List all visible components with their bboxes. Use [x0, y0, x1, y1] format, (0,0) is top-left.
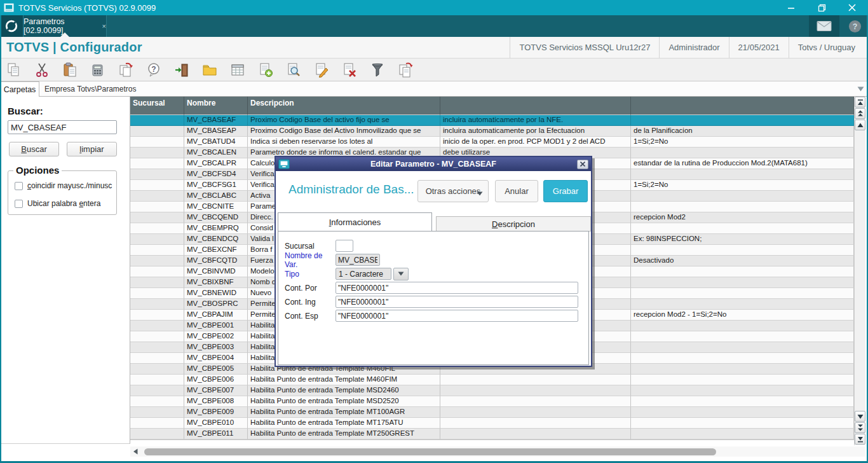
tab-parametros[interactable]: Parametros [02.9.0099] × — [23, 15, 107, 37]
calculator-icon — [90, 62, 105, 78]
breadcrumb-dropdown-button[interactable] — [857, 86, 864, 92]
minimize-button[interactable] — [785, 3, 797, 13]
table-cell: MV_CBPE003 — [184, 342, 248, 353]
table-cell — [130, 212, 184, 223]
table-row[interactable]: MV_CBPE006Habilita Punto de entrada Temp… — [130, 375, 854, 385]
table-cell: Indica si deben reservarse los lotes al — [248, 137, 440, 148]
folder-button[interactable] — [201, 61, 218, 79]
column-header[interactable]: Nombre — [184, 97, 248, 115]
table-cell: MV_CBENDCQ — [184, 234, 248, 245]
nombre-var-field[interactable] — [336, 254, 380, 266]
delete-record-button[interactable] — [341, 61, 358, 79]
transfer-button[interactable] — [397, 61, 414, 79]
tipo-select[interactable]: 1 - Caractere — [336, 268, 391, 280]
save-button[interactable]: Grabar — [543, 180, 588, 202]
scroll-page-up-button[interactable] — [855, 108, 865, 119]
cont-por-field[interactable] — [336, 282, 578, 294]
table-row[interactable]: MV_CBPE011Habilita Punto de entrada Temp… — [130, 429, 854, 439]
match-case-option[interactable]: coincidir mayusc./minusc — [15, 181, 116, 190]
column-header[interactable] — [440, 97, 631, 115]
dialog-close-button[interactable] — [577, 160, 588, 169]
whole-word-option[interactable]: Ubicar palabra entera — [15, 199, 116, 208]
table-cell — [130, 191, 184, 202]
tab-carpetas[interactable]: Carpetas — [0, 81, 39, 97]
grid-button[interactable] — [229, 61, 246, 79]
column-header[interactable]: Sucursal — [130, 97, 184, 115]
table-cell: MV_CBFCQTD — [184, 256, 248, 266]
dialog-title: Editar Parametro - MV_CBASEAF — [276, 160, 591, 169]
table-cell — [130, 137, 184, 148]
cancel-button[interactable]: Anular — [495, 180, 538, 202]
exit-button[interactable] — [173, 61, 190, 79]
horizontal-scroll-thumb[interactable] — [144, 448, 716, 455]
filter-button[interactable] — [369, 61, 386, 79]
table-cell: MV_CBPE007 — [184, 385, 248, 396]
table-cell: MV_CBEMPRQ — [184, 223, 248, 234]
column-header[interactable]: Descripcion — [248, 97, 440, 115]
table-row[interactable]: MV_CBASEAPProximo Codigo Base del Activo… — [130, 126, 854, 137]
chevron-down-icon — [857, 86, 864, 92]
mail-button[interactable] — [809, 15, 839, 37]
table-row[interactable]: MV_CBASEAFProximo Codigo Base del activo… — [130, 115, 854, 126]
horizontal-scrollbar[interactable] — [130, 446, 865, 457]
delete-record-icon — [342, 62, 357, 78]
table-cell: MV_CBASEAF — [184, 115, 248, 126]
cut-icon — [34, 62, 50, 78]
sucursal-label: Sucursal — [285, 242, 336, 251]
column-header[interactable] — [631, 97, 854, 115]
help-button[interactable]: ? — [848, 20, 862, 33]
table-cell: estandar de la rutina de Produccion Mod.… — [631, 158, 854, 169]
scroll-top-button[interactable] — [855, 97, 865, 107]
restore-button[interactable] — [816, 3, 827, 13]
tab-descripcion[interactable]: Descripcion — [436, 216, 591, 232]
scroll-page-down-button[interactable] — [855, 422, 865, 433]
other-actions-button[interactable]: Otras acciones — [417, 180, 489, 202]
calculator-button[interactable] — [89, 61, 106, 79]
table-cell — [631, 277, 854, 288]
table-cell — [631, 385, 854, 396]
scroll-down-button[interactable] — [855, 411, 865, 422]
table-row[interactable]: MV_CBPE010Habilita Punto de entrada Temp… — [130, 418, 854, 429]
view-record-button[interactable] — [285, 61, 302, 79]
scroll-up-button[interactable] — [855, 120, 865, 130]
tipo-label: Tipo — [285, 270, 336, 279]
table-row[interactable]: MV_CBATUD4Indica si deben reservarse los… — [130, 137, 854, 148]
table-row[interactable]: MV_CBPE008Habilita Punto de entrada Temp… — [130, 396, 854, 407]
search-input[interactable] — [8, 120, 117, 134]
print-spool-button[interactable] — [117, 61, 134, 79]
whole-word-checkbox[interactable] — [15, 200, 23, 208]
cont-ing-label: Cont. Ing — [285, 298, 336, 307]
close-button[interactable] — [846, 3, 858, 13]
help-toolbar-button[interactable]: ? — [145, 61, 162, 79]
scroll-left-button[interactable] — [130, 446, 140, 457]
tipo-dropdown-button[interactable] — [393, 268, 409, 280]
dialog-form: Sucursal Nombre de Var. Tipo 1 - Caracte… — [278, 231, 589, 365]
table-row[interactable]: MV_CBPE009Habilita Punto de entrada Temp… — [130, 407, 854, 418]
scroll-bottom-button[interactable] — [855, 434, 865, 445]
search-button[interactable]: Buscar — [9, 142, 59, 156]
vertical-scrollbar[interactable] — [854, 97, 865, 445]
table-row[interactable]: MV_CBPE007Habilita Punto de entrada Temp… — [130, 385, 854, 396]
table-cell: 1=Si;2=No — [631, 137, 854, 148]
cont-esp-field[interactable] — [336, 310, 578, 322]
sucursal-field[interactable] — [336, 240, 353, 252]
cont-ing-field[interactable] — [336, 296, 578, 308]
table-cell — [130, 407, 184, 418]
tab-close-icon[interactable]: × — [102, 22, 106, 30]
table-cell — [130, 266, 184, 277]
tab-bar: Parametros [02.9.0099] × ? — [0, 15, 868, 37]
table-cell: MV_CBPE004 — [184, 353, 248, 364]
table-cell: Ex: 98INSPECCION; — [631, 234, 854, 245]
tab-informaciones[interactable]: Informaciones — [278, 212, 432, 232]
add-record-button[interactable] — [257, 61, 274, 79]
edit-record-button[interactable] — [313, 61, 330, 79]
active-tab-pointer — [60, 32, 69, 37]
table-cell: 1=Si;2=No — [631, 180, 854, 191]
dialog-titlebar[interactable]: Editar Parametro - MV_CBASEAF — [276, 157, 591, 171]
paste-button[interactable] — [61, 61, 78, 79]
match-case-checkbox[interactable] — [15, 182, 23, 190]
svg-text:?: ? — [151, 64, 156, 73]
copy-button[interactable] — [5, 61, 22, 79]
cut-button[interactable] — [33, 61, 50, 79]
clear-button[interactable]: limpiar — [67, 142, 117, 156]
